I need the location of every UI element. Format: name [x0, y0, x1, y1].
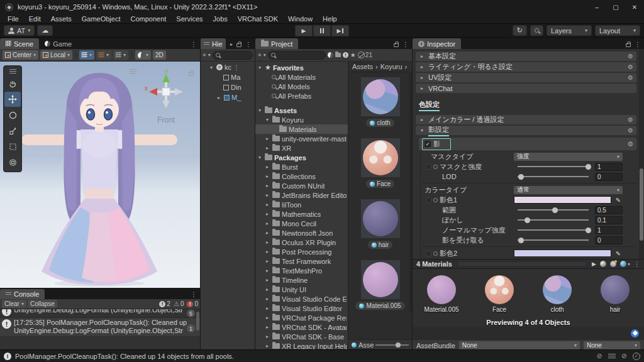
chevron-down-icon[interactable]: ▾ [208, 52, 211, 58]
tree-row-package[interactable]: ▸Newtonsoft Json [255, 228, 348, 238]
panel-menu-icon[interactable]: ⋮ [191, 291, 197, 298]
expander-icon[interactable]: ▾ [257, 155, 263, 160]
expander-icon[interactable]: ▸ [264, 268, 270, 273]
scene-orientation-gizmo[interactable]: y x Front [140, 67, 192, 124]
preview-model-dropdown[interactable]: ▾ [620, 261, 630, 267]
asset-thumbnail[interactable] [361, 199, 400, 238]
menu-gameobject[interactable]: GameObject [77, 15, 126, 23]
tree-row-package[interactable]: ▸Burst [255, 162, 348, 172]
move-tool[interactable] [4, 92, 21, 107]
section-lighting-settings[interactable]: ▸ ライティング・明るさ設定 ⚙ [416, 62, 636, 72]
eyedropper-icon[interactable]: ✎ [614, 197, 623, 204]
warning-counter[interactable]: ⚠ 0 [174, 300, 184, 307]
menu-assets[interactable]: Assets [46, 15, 77, 23]
clear-button[interactable]: Clear ▾ [2, 300, 26, 308]
auto-refresh-disabled-icon[interactable]: ⊘ [621, 352, 627, 360]
gizmo-view-label[interactable]: Front [140, 116, 192, 124]
panel-menu-icon[interactable]: ⋮ [245, 41, 252, 48]
expander-icon[interactable]: ▾ [257, 65, 263, 70]
tree-row-package[interactable]: ▸Custom NUnit [255, 181, 348, 190]
mask-type-dropdown[interactable]: 強度 ▾ [514, 153, 623, 161]
tree-row-packages[interactable]: ▾ Packages [255, 153, 348, 162]
tab-inspector[interactable]: i Inspector [413, 38, 461, 49]
create-add-button[interactable]: + [203, 52, 206, 58]
tree-row-folder[interactable]: ▸ XR [255, 143, 348, 153]
texture-slot-icon[interactable] [433, 198, 438, 202]
expander-icon[interactable]: ▸ [264, 343, 270, 349]
asset-label[interactable]: cloth [366, 119, 394, 127]
console-scrollbar[interactable] [196, 312, 199, 331]
menu-services[interactable]: Services [171, 15, 208, 23]
gear-icon[interactable]: ⚙ [628, 53, 633, 60]
favorites-star-icon[interactable]: ★ [350, 52, 356, 58]
checkbox-icon[interactable] [426, 164, 431, 170]
tree-row-package[interactable]: ▸TextMeshPro [255, 266, 348, 275]
view-hand-tool[interactable] [4, 76, 21, 91]
status-message[interactable]: PoolManager.PoolCleanupTask(): Cleaned u… [15, 353, 234, 360]
expander-icon[interactable]: ▸ [264, 324, 270, 330]
panel-menu-icon[interactable]: ⋮ [635, 41, 641, 48]
tab-scene[interactable]: Scene [0, 38, 39, 49]
expander-icon[interactable]: ▸ [264, 136, 270, 141]
tree-row-folder[interactable]: ▾ Koyuru [255, 115, 348, 124]
section-uv-settings[interactable]: ▸ UV設定 ⚙ [416, 73, 636, 82]
hidden-packages-icon[interactable]: ! [343, 52, 348, 58]
mask-strength-value[interactable]: 1 [595, 163, 623, 171]
debugger-disabled-icon[interactable]: ⊘ [597, 352, 602, 360]
log-counter[interactable]: ! 2 [159, 300, 170, 307]
tree-row-search[interactable]: All Models [255, 82, 348, 91]
tree-row-favorites[interactable]: ▾ ★ Favorites [255, 63, 348, 72]
layers-dropdown[interactable]: Layers ▾ [547, 25, 592, 36]
hierarchy-search-input[interactable] [213, 51, 253, 60]
expander-icon[interactable]: ▸ [264, 192, 270, 198]
gear-icon[interactable]: ⚙ [628, 127, 633, 134]
tree-row-package[interactable]: ▸Visual Studio Editor [255, 304, 348, 313]
tree-row-package[interactable]: ▸JetBrains Rider Editor [255, 190, 348, 200]
close-button[interactable]: ✕ [625, 0, 644, 14]
play-button[interactable]: ▶ [295, 25, 313, 36]
step-button[interactable]: ▶ [331, 25, 349, 36]
tree-row-folder[interactable]: ▸ unity-overwriter-maste [255, 134, 348, 143]
cache-server-icon[interactable] [608, 354, 616, 359]
gear-icon[interactable]: ⚙ [628, 63, 633, 70]
expander-icon[interactable]: ▸ [264, 183, 270, 189]
menu-component[interactable]: Component [125, 15, 171, 23]
error-counter[interactable]: ! 0 [187, 300, 198, 307]
lock-icon[interactable] [189, 72, 194, 76]
menu-vrchat-sdk[interactable]: VRChat SDK [233, 15, 283, 23]
expander-icon[interactable]: ▸ [264, 221, 270, 226]
color-type-dropdown[interactable]: 通常 ▾ [514, 186, 623, 194]
tree-row-package[interactable]: ▸Timeline [255, 275, 348, 285]
minimize-button[interactable]: – [587, 0, 606, 14]
rotate-tool[interactable] [4, 107, 21, 123]
tree-row-package[interactable]: ▸Test Framework [255, 256, 348, 266]
tree-row-package[interactable]: ▸Post Processing [255, 247, 348, 256]
asset-label[interactable]: Face [366, 180, 394, 188]
scene-viewport[interactable]: y x Front [0, 62, 200, 288]
expander-icon[interactable]: ▸ [264, 202, 270, 207]
gear-icon[interactable]: ⚙ [627, 140, 633, 148]
tree-row-package[interactable]: ▸Oculus XR Plugin [255, 238, 348, 247]
lock-icon[interactable] [626, 43, 631, 47]
blur-value[interactable]: 0.1 [595, 216, 623, 224]
preview-menu-icon[interactable]: ⋮ [634, 261, 640, 268]
checkbox-icon[interactable] [426, 197, 431, 203]
menu-window[interactable]: Window [283, 15, 318, 23]
log-entry[interactable]: ! [17:25:35] PoolManager.PoolCleanupTask… [0, 318, 200, 337]
expander-icon[interactable]: ▸ [264, 145, 270, 151]
grid-snapping-toggle[interactable]: ▾ [79, 50, 94, 60]
tree-row-search[interactable]: All Materials [255, 72, 348, 82]
menu-help[interactable]: Help [318, 15, 342, 23]
tree-row-package[interactable]: ▸Unity UI [255, 285, 348, 294]
collapse-button[interactable]: Collapse [28, 300, 57, 308]
asset-label[interactable]: hair [368, 241, 393, 249]
undo-history-button[interactable]: ↻ [513, 25, 527, 36]
gear-icon[interactable]: ⚙ [628, 116, 633, 123]
panel-menu-icon[interactable]: ⋮ [191, 41, 197, 48]
tree-row-package[interactable]: ▸Visual Studio Code Edi [255, 294, 348, 304]
activity-status-icon[interactable]: ✓ [633, 353, 640, 360]
asset-thumbnail[interactable] [361, 260, 400, 299]
expander-icon[interactable]: ▸ [216, 95, 222, 101]
tree-row-package[interactable]: ▸Collections [255, 172, 348, 181]
shadow-color1-swatch[interactable] [514, 196, 611, 204]
